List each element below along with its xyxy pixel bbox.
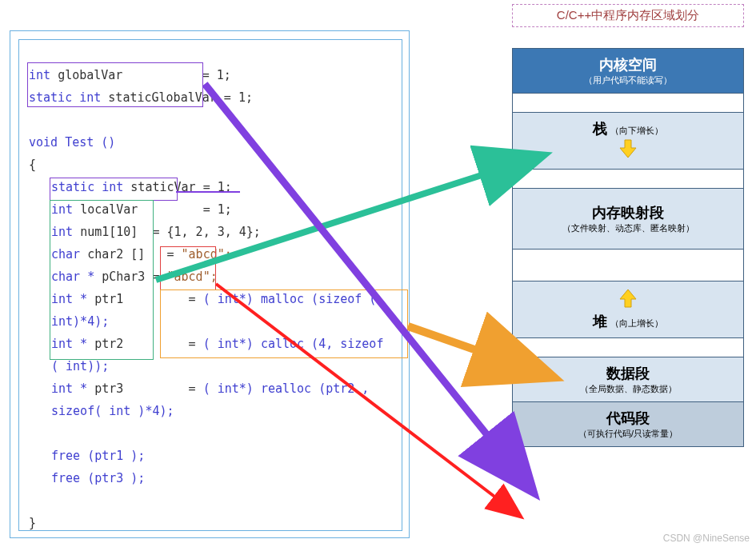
code-lbrace: { [29,154,392,176]
mem-gap-3 [513,250,743,281]
mem-codeseg: 代码段（可执行代码/只读常量） [513,402,743,446]
highlight-global-box [27,62,203,107]
code-rbrace: } [29,512,392,534]
memory-layout-column: 内核空间（用户代码不能读写） 栈 （向下增长） 内存映射段（文件映射、动态库、匿… [512,48,744,447]
mem-stack: 栈 （向下增长） [513,113,743,170]
mem-heap: 堆 （向上增长） [513,281,743,338]
mem-gap-1 [513,94,743,113]
mem-gap-4 [513,338,743,357]
code-panel: int globalVar = 1; static int staticGlob… [18,39,402,531]
mem-kernel: 内核空间（用户代码不能读写） [513,49,743,94]
code-outer-frame: int globalVar = 1; static int staticGlob… [10,30,410,538]
title-text: C/C++中程序内存区域划分 [557,8,699,22]
code-line-free3: free (ptr3 ); [29,467,392,489]
watermark: CSDN @NineSense [663,533,750,544]
grow-down-icon [516,138,740,162]
code-line-free1: free (ptr1 ); [29,445,392,467]
diagram-title: C/C++中程序内存区域划分 [512,4,744,27]
highlight-malloc-box [160,289,408,358]
grow-up-icon [516,288,740,312]
code-line-ptr3: int * ptr3 = ( int*) realloc (ptr2 , siz… [29,377,392,422]
highlight-local-box [50,200,154,360]
highlight-staticvar-box [50,178,178,201]
mem-mmap: 内存映射段（文件映射、动态库、匿名映射） [513,189,743,250]
code-line-func: void Test () [29,131,392,154]
mem-gap-2 [513,170,743,189]
mem-dataseg: 数据段（全局数据、静态数据） [513,357,743,402]
arrow-malloc-to-heap [408,326,504,360]
highlight-string-box [160,246,216,290]
